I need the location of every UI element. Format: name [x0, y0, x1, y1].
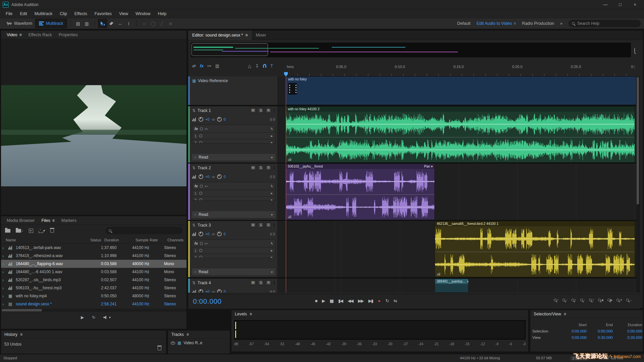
- play-button[interactable]: ▶: [322, 298, 325, 303]
- arm-button[interactable]: R: [266, 165, 271, 170]
- clear-history-icon[interactable]: [158, 346, 161, 350]
- menu-item-effects[interactable]: Effects: [71, 9, 91, 18]
- file-row[interactable]: ›164480_...-6 44100 1.wav0:03.58844100 H…: [1, 268, 186, 276]
- file-row[interactable]: ›376415_..nthesized-a.wav1:10.99844100 H…: [1, 252, 186, 260]
- tab-mixer[interactable]: Mixer: [252, 31, 270, 40]
- clip-track1[interactable]: with no foley 44100 2: [286, 106, 635, 163]
- prefader-icon[interactable]: ↦: [205, 127, 208, 131]
- zoom-out-time-button[interactable]: −: [580, 299, 585, 301]
- marker-tool-icon[interactable]: T: [270, 63, 273, 68]
- preview-volume-button[interactable]: ▾: [103, 315, 111, 319]
- file-row[interactable]: ›506103_..hu__forest.mp32:42.03744100 Hz…: [1, 284, 186, 292]
- video-clip[interactable]: with no foley: [286, 76, 636, 105]
- panel-menu-icon[interactable]: ≡: [250, 312, 252, 316]
- shuffle-icon[interactable]: ⇄: [192, 63, 196, 68]
- clip-pan-dropdown[interactable]: Pan ▾: [424, 165, 433, 168]
- solo-button[interactable]: S: [258, 165, 264, 170]
- zoom-out-button[interactable]: −: [562, 299, 567, 301]
- import-file-icon[interactable]: ↓: [16, 229, 23, 233]
- minimize-button[interactable]: —: [599, 1, 612, 9]
- clip-gain-icon[interactable]: [437, 273, 440, 276]
- fx-power-icon[interactable]: [200, 127, 203, 130]
- slot-power-icon[interactable]: [199, 256, 202, 258]
- file-row[interactable]: ›164480_..._flapping-6.wav0:03.58848000 …: [1, 260, 186, 268]
- track-drag-icon[interactable]: ⇅: [192, 166, 196, 170]
- zoom-in-left-button[interactable]: ◀: [598, 299, 603, 301]
- clip-track3[interactable]: 462136__sama66__forest-bird-2 44100 1: [435, 221, 635, 277]
- skip-selection-button[interactable]: ⇆: [393, 298, 396, 303]
- prefader-icon[interactable]: ↦: [205, 242, 208, 245]
- file-row[interactable]: ›▦with no foley.mp40:50.05048000 HzStere…: [1, 292, 186, 300]
- pause-button[interactable]: ▮▮: [330, 298, 333, 303]
- new-container-icon[interactable]: [29, 229, 33, 233]
- slot-power-icon[interactable]: [199, 134, 202, 137]
- fx-power-icon[interactable]: [200, 185, 203, 188]
- workspace-edit-audio-to-video[interactable]: Edit Audio to Video≡: [477, 21, 516, 26]
- arm-button[interactable]: R: [266, 280, 271, 285]
- clip-track4[interactable]: 389491__juanlop...▾: [435, 279, 469, 293]
- mute-button[interactable]: M: [250, 108, 256, 113]
- file-row[interactable]: ›140513_..terfall-park.wav1:37.65044100 …: [1, 244, 186, 252]
- freeze-icon[interactable]: ϟ: [271, 127, 273, 131]
- file-row[interactable]: ›▤sound design.sesx *2:58.24144100 HzSte…: [1, 300, 186, 308]
- visibility-eye-icon[interactable]: [171, 342, 175, 345]
- files-search-input[interactable]: [105, 227, 182, 234]
- panel-menu-icon[interactable]: ≡: [564, 312, 566, 316]
- overview-zoom-icon[interactable]: [634, 48, 635, 53]
- layout-toggle-icon-2[interactable]: ▥: [83, 19, 91, 27]
- razor-tool-icon[interactable]: [107, 19, 116, 27]
- volume-knob[interactable]: [199, 174, 203, 179]
- tracks-vertical-scrollbar[interactable]: [636, 76, 639, 293]
- panel-menu-icon[interactable]: ≡: [186, 332, 189, 337]
- automation-mode-dropdown[interactable]: ›Read▾: [192, 268, 275, 275]
- time-selection-tool-icon[interactable]: I: [124, 19, 133, 27]
- view-start[interactable]: 0:00.000: [558, 336, 587, 340]
- meters-icon[interactable]: ▥: [215, 63, 219, 68]
- mute-button[interactable]: M: [250, 280, 256, 285]
- arm-button[interactable]: R: [266, 108, 271, 113]
- menu-item-multitrack[interactable]: Multitrack: [31, 9, 56, 18]
- automation-mode-dropdown[interactable]: ›Read▾: [192, 154, 275, 161]
- open-folder-icon[interactable]: [5, 229, 10, 233]
- layout-toggle-icon-1[interactable]: ▤: [74, 19, 83, 27]
- more-workspaces-button[interactable]: »: [560, 21, 562, 26]
- pan-knob[interactable]: [217, 117, 222, 122]
- waveform-view-button[interactable]: Waveform: [3, 19, 36, 28]
- menu-item-favorites[interactable]: Favorites: [91, 9, 115, 18]
- zoom-in-button[interactable]: +: [554, 299, 558, 301]
- tab-files[interactable]: Files≡: [38, 216, 57, 225]
- volume-knob[interactable]: [199, 232, 203, 236]
- volume-knob[interactable]: [199, 289, 203, 293]
- arm-button[interactable]: R: [266, 223, 271, 228]
- level-meter[interactable]: [234, 320, 526, 340]
- preview-play-button[interactable]: ▶: [81, 315, 84, 320]
- rewind-button[interactable]: ◀◀: [347, 298, 353, 303]
- playhead-time-display[interactable]: 0:00.000: [193, 297, 222, 305]
- slot-arrow-icon[interactable]: ▸: [271, 191, 273, 195]
- clip-gain-icon[interactable]: [288, 215, 291, 218]
- track-drag-icon[interactable]: ⇅: [192, 108, 196, 113]
- tab-media-browser[interactable]: Media Browser: [4, 216, 38, 225]
- fx-slot[interactable]: 1▸: [192, 132, 275, 139]
- workspace-radio-production[interactable]: Radio Production: [522, 21, 554, 26]
- panel-menu-icon[interactable]: ≡: [19, 31, 22, 39]
- stamp-icon[interactable]: ↧: [255, 63, 259, 68]
- mute-button[interactable]: M: [250, 223, 256, 228]
- volume-knob[interactable]: [199, 117, 203, 122]
- menu-item-help[interactable]: Help: [154, 9, 170, 18]
- track-lane-2[interactable]: 506103__jayhu__forestPan ▾: [278, 164, 636, 220]
- slot-arrow-icon[interactable]: ▸: [271, 134, 273, 138]
- slot-power-icon[interactable]: [199, 192, 202, 195]
- freeze-icon[interactable]: ϟ: [271, 241, 273, 245]
- fast-forward-button[interactable]: ▶▶: [358, 298, 363, 303]
- panel-menu-icon[interactable]: ≡: [20, 332, 22, 337]
- slot-power-icon[interactable]: [199, 141, 202, 143]
- menu-item-view[interactable]: View: [115, 9, 132, 18]
- tab-video[interactable]: Video≡: [4, 31, 25, 39]
- skew-icon[interactable]: △: [248, 63, 251, 68]
- maximize-button[interactable]: □: [614, 1, 627, 9]
- slot-arrow-icon[interactable]: ▸: [271, 198, 273, 201]
- track-drag-icon[interactable]: ⇅: [192, 223, 196, 228]
- skip-to-start-button[interactable]: ▮◀: [338, 298, 342, 303]
- preview-loop-button[interactable]: ↻: [92, 315, 95, 320]
